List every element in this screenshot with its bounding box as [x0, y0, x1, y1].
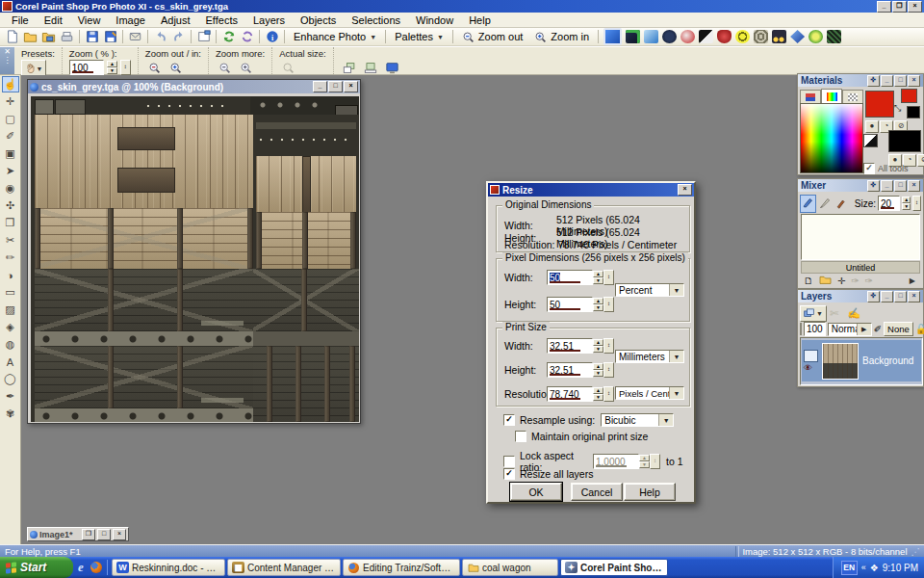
materials-titlebar[interactable]: Materials ✜ _ □ × [798, 74, 923, 87]
tool-pan[interactable]: ☝ [2, 76, 19, 92]
tool-crop[interactable]: ▣ [2, 145, 19, 162]
lock-aspect-ratio-checkbox[interactable] [503, 456, 515, 467]
task-coal-wagon[interactable]: coal wagon [462, 559, 558, 576]
script-navy-icon[interactable] [626, 30, 640, 43]
unmix-icon[interactable]: ✑ [851, 276, 859, 286]
maximize-icon[interactable]: □ [894, 75, 907, 87]
close-icon[interactable]: ✕ [4, 47, 11, 56]
pixel-width-spinner[interactable]: ▲▼ [593, 271, 603, 284]
load-page-icon[interactable] [819, 275, 832, 287]
new-layer-button[interactable]: ▼ [800, 305, 827, 322]
lock-icon[interactable]: 🔓 [915, 324, 924, 334]
print-height-spinner[interactable]: ▲▼ [593, 363, 603, 377]
internet-explorer-icon[interactable]: e [73, 560, 89, 575]
mixer-page-name[interactable]: Untitled [801, 261, 920, 274]
color-picker-rainbow[interactable] [800, 103, 863, 173]
language-indicator[interactable]: EN [841, 561, 858, 575]
fit-window-icon[interactable] [341, 60, 359, 76]
tool-options-grip[interactable]: ✕⋮ [0, 47, 14, 74]
aspect-ratio-slider[interactable]: ↕ [650, 454, 660, 469]
clock[interactable]: 9:10 PM [883, 563, 918, 573]
image-maximize-button[interactable]: □ [328, 81, 343, 92]
mixer-dropper-icon[interactable] [834, 196, 849, 212]
opacity-field[interactable]: 100 [804, 322, 826, 336]
minimize-icon[interactable]: _ [881, 75, 893, 87]
task-corel-psp[interactable]: ✦ Corel Paint Shop Pro ... [560, 559, 668, 576]
resize-grip-icon[interactable]: ⋰ [911, 546, 921, 557]
mixer-titlebar[interactable]: Mixer ✜ _ □ × [798, 179, 923, 192]
start-button[interactable]: Start [0, 557, 73, 578]
tool-background-eraser[interactable]: ▨ [2, 302, 19, 318]
pin-icon[interactable]: ✜ [867, 75, 880, 87]
pixel-height-spinner[interactable]: ▲▼ [593, 298, 603, 311]
resize-all-layers-checkbox[interactable]: ✓ [503, 468, 515, 480]
pin-icon[interactable]: ✜ [867, 291, 880, 302]
save-as-icon[interactable] [101, 29, 119, 45]
tool-makeover[interactable]: ✣ [2, 197, 19, 214]
tool-move[interactable]: ✛ [2, 93, 19, 110]
tool-warp-brush[interactable]: ✾ [2, 406, 19, 422]
image-minimize-button[interactable]: _ [313, 81, 327, 92]
resample-checkbox[interactable]: ✓ [503, 414, 515, 426]
pixel-height-field[interactable]: 50 [547, 297, 593, 312]
resample-combo[interactable]: Bicubic▼ [601, 413, 674, 427]
tab-rainbow[interactable] [821, 89, 842, 103]
zoom-spinner[interactable]: ▲▼ [107, 61, 117, 74]
restore-button[interactable]: ❐ [892, 1, 907, 13]
resolution-unit-combo[interactable]: Pixels / Centimeter▼ [615, 386, 684, 400]
pin-icon[interactable]: ✜ [867, 180, 880, 192]
print-resolution-spinner[interactable]: ▲▼ [593, 387, 603, 401]
minimize-icon[interactable]: _ [881, 180, 893, 192]
info-icon[interactable]: i [263, 29, 281, 45]
image-window-titlebar[interactable]: cs_skin_grey.tga @ 100% (Background) _ □… [28, 80, 360, 93]
enhance-photo-button[interactable]: Enhance Photo▼ [288, 29, 382, 45]
bw-swap-icon[interactable] [863, 134, 878, 147]
layer-thumbnail[interactable] [822, 343, 859, 380]
minimized-image-window[interactable]: Image1* ❐ □ × [27, 527, 129, 541]
image-window[interactable]: cs_skin_grey.tga @ 100% (Background) _ □… [27, 79, 361, 424]
tool-selection[interactable]: ▢ [2, 111, 19, 127]
close-icon[interactable]: × [908, 75, 920, 87]
aspect-ratio-spinner[interactable]: ▲▼ [639, 455, 650, 468]
actual-size-icon[interactable] [279, 60, 297, 76]
link-set-button[interactable]: None [884, 322, 913, 336]
undo-icon[interactable] [151, 29, 169, 45]
zoom-more-in-icon[interactable] [237, 60, 255, 76]
task-content-manager[interactable]: ▦ Content Manager Plus [227, 559, 341, 576]
firefox-icon[interactable] [89, 560, 104, 575]
print-width-field[interactable]: 32.51 [547, 338, 593, 354]
chevron-down-icon[interactable]: ▼ [669, 351, 683, 362]
print-unit-combo[interactable]: Millimeters▼ [615, 350, 684, 363]
pixel-width-field[interactable]: 50 [547, 270, 593, 285]
tab-swatches[interactable] [842, 90, 863, 104]
remix-icon[interactable]: ✑ [865, 276, 873, 286]
close-icon[interactable]: × [908, 180, 920, 192]
maximize-icon[interactable]: □ [894, 180, 907, 192]
tool-picture-tube[interactable]: ◍ [2, 336, 19, 353]
print-resolution-field[interactable]: 78.740 [547, 386, 593, 402]
mixer-knife-icon[interactable] [818, 196, 833, 212]
menu-help[interactable]: Help [461, 13, 499, 27]
tool-scratch-remover[interactable]: ✂ [2, 232, 19, 249]
close-button[interactable]: × [908, 1, 922, 13]
task-reskinning-doc[interactable]: W Reskinning.doc - Microso... [112, 559, 225, 576]
image-canvas[interactable] [31, 96, 359, 422]
contrast-icon[interactable] [699, 30, 713, 43]
sun-green-icon[interactable] [808, 30, 823, 43]
tool-flood-fill[interactable]: ◈ [2, 319, 19, 335]
save-icon[interactable] [83, 29, 101, 45]
coins-icon[interactable] [754, 30, 768, 43]
pixel-width-slider[interactable]: ↕ [603, 270, 614, 285]
layer-row-background[interactable]: 👁 Background [802, 340, 921, 381]
menu-selections[interactable]: Selections [344, 13, 408, 27]
print-height-field[interactable]: 32.51 [547, 362, 593, 378]
tray-app-icon[interactable]: ❖ [870, 563, 879, 573]
tool-eraser[interactable]: ▭ [2, 284, 19, 301]
foreground-property-swatch[interactable] [901, 89, 917, 103]
menu-window[interactable]: Window [408, 13, 461, 27]
transparent-style-icon[interactable]: ⊘ [917, 154, 924, 167]
background-color-swatch[interactable] [888, 130, 921, 152]
menu-file[interactable]: File [4, 13, 37, 27]
diamond-blue-icon[interactable] [790, 30, 805, 43]
mini-maximize-button[interactable]: □ [97, 529, 111, 540]
